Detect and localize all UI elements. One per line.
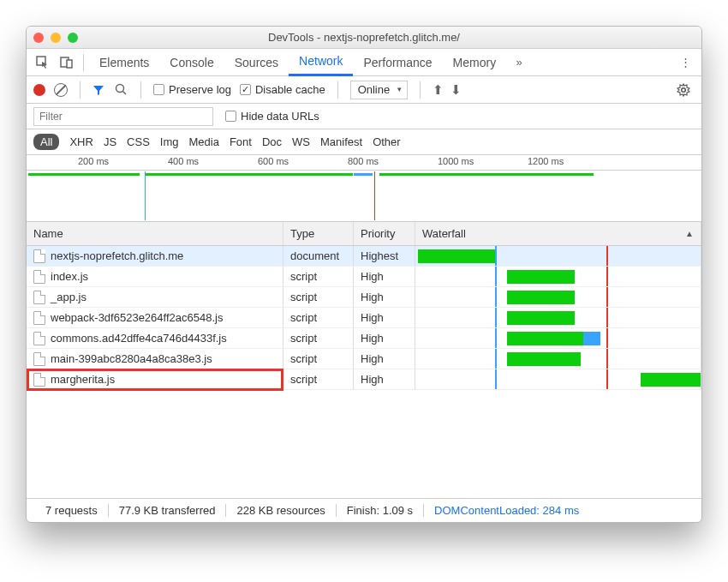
upload-har-icon[interactable]: ⬆: [433, 82, 444, 98]
file-icon: [33, 270, 45, 284]
tab-network[interactable]: Network: [289, 49, 353, 76]
filter-font[interactable]: Font: [230, 135, 252, 148]
request-priority: High: [354, 287, 415, 307]
tick: 1000 ms: [438, 156, 474, 166]
timeline-overview[interactable]: [27, 171, 701, 222]
request-priority: High: [354, 369, 415, 389]
table-row[interactable]: _app.jsscriptHigh: [27, 287, 701, 308]
filter-other[interactable]: Other: [373, 135, 401, 148]
record-button[interactable]: [33, 84, 45, 96]
status-resources: 228 KB resources: [226, 504, 336, 517]
file-icon: [33, 311, 45, 325]
request-type: document: [283, 246, 354, 266]
col-waterfall[interactable]: Waterfall▲: [415, 222, 701, 245]
table-row[interactable]: margherita.jsscriptHigh: [27, 369, 701, 390]
col-name[interactable]: Name: [27, 222, 283, 245]
request-priority: High: [354, 328, 415, 348]
tick: 800 ms: [348, 156, 379, 166]
tab-memory[interactable]: Memory: [443, 49, 507, 76]
timing-bar: [507, 311, 576, 325]
waterfall-cell: [415, 328, 701, 348]
panel-tabs: ElementsConsoleSourcesNetworkPerformance…: [27, 49, 701, 76]
request-name: webpack-3df6523e264ff2ac6548.js: [51, 311, 223, 324]
filter-js[interactable]: JS: [104, 135, 116, 148]
file-icon: [33, 373, 45, 387]
table-row[interactable]: nextjs-noprefetch.glitch.medocumentHighe…: [27, 246, 701, 267]
request-priority: Highest: [354, 246, 415, 266]
throttling-select[interactable]: Online: [350, 81, 409, 99]
requests-table: Name Type Priority Waterfall▲ nextjs-nop…: [27, 222, 701, 498]
request-type: script: [283, 308, 354, 327]
filter-toggle-icon[interactable]: [92, 84, 104, 96]
kebab-menu-icon[interactable]: ⋮: [674, 51, 696, 74]
request-type: script: [283, 287, 354, 307]
tab-elements[interactable]: Elements: [89, 49, 159, 76]
timing-bar: [507, 352, 582, 366]
filter-all[interactable]: All: [33, 134, 59, 150]
filter-ws[interactable]: WS: [292, 135, 310, 148]
tick: 400 ms: [168, 156, 199, 166]
tick: 200 ms: [78, 156, 109, 166]
request-name: commons.ad42dffe4ca746d4433f.js: [51, 332, 227, 345]
search-icon[interactable]: [113, 79, 128, 101]
table-row[interactable]: main-399abc8280a4a8ca38e3.jsscriptHigh: [27, 349, 701, 369]
table-body: nextjs-noprefetch.glitch.medocumentHighe…: [27, 246, 701, 498]
filter-img[interactable]: Img: [160, 135, 179, 148]
filter-manifest[interactable]: Manifest: [320, 135, 362, 148]
hide-data-urls-checkbox[interactable]: Hide data URLs: [225, 110, 319, 123]
table-row[interactable]: index.jsscriptHigh: [27, 267, 701, 287]
preserve-log-checkbox[interactable]: Preserve log: [153, 83, 231, 96]
file-icon: [33, 332, 45, 345]
device-toggle-icon[interactable]: [56, 51, 78, 74]
network-toolbar: Preserve log Disable cache Online ⬆ ⬇: [27, 76, 701, 104]
tab-performance[interactable]: Performance: [353, 49, 442, 76]
svg-point-5: [682, 87, 686, 92]
more-tabs-icon[interactable]: »: [508, 51, 530, 74]
request-type: script: [283, 349, 354, 369]
timing-bar: [641, 373, 701, 387]
status-dcl: DOMContentLoaded: 284 ms: [424, 504, 589, 517]
clear-button[interactable]: [54, 83, 68, 97]
window-title: DevTools - nextjs-noprefetch.glitch.me/: [27, 31, 701, 44]
request-type: script: [283, 267, 354, 286]
table-row[interactable]: webpack-3df6523e264ff2ac6548.jsscriptHig…: [27, 308, 701, 328]
file-icon: [33, 291, 45, 304]
filter-css[interactable]: CSS: [127, 135, 150, 148]
waterfall-cell: [415, 267, 701, 286]
waterfall-cell: [415, 369, 701, 389]
request-name: index.js: [51, 270, 88, 283]
waterfall-cell: [415, 246, 701, 266]
filter-xhr[interactable]: XHR: [69, 135, 92, 148]
status-requests: 7 requests: [35, 504, 109, 517]
tab-console[interactable]: Console: [159, 49, 224, 76]
request-type: script: [283, 369, 354, 389]
sort-asc-icon: ▲: [685, 229, 694, 238]
col-type[interactable]: Type: [283, 222, 354, 245]
download-har-icon[interactable]: ⬇: [451, 82, 462, 98]
col-priority[interactable]: Priority: [354, 222, 415, 245]
timing-bar: [507, 332, 584, 345]
status-finish: Finish: 1.09 s: [337, 504, 424, 517]
inspect-icon[interactable]: [32, 51, 54, 74]
timeline-ruler: 200 ms400 ms600 ms800 ms1000 ms1200 ms: [27, 155, 701, 171]
tick: 600 ms: [258, 156, 289, 166]
filter-bar: Hide data URLs: [27, 104, 701, 129]
filter-doc[interactable]: Doc: [262, 135, 282, 148]
request-priority: High: [354, 308, 415, 327]
disable-cache-checkbox[interactable]: Disable cache: [240, 83, 325, 96]
filter-input[interactable]: [33, 107, 213, 126]
filter-media[interactable]: Media: [188, 135, 218, 148]
request-type: script: [283, 328, 354, 348]
devtools-window: DevTools - nextjs-noprefetch.glitch.me/ …: [26, 26, 702, 523]
request-name: main-399abc8280a4a8ca38e3.js: [51, 352, 212, 365]
tab-sources[interactable]: Sources: [224, 49, 289, 76]
waterfall-cell: [415, 287, 701, 307]
status-transferred: 77.9 KB transferred: [109, 504, 227, 517]
file-icon: [33, 249, 45, 263]
waterfall-cell: [415, 349, 701, 369]
svg-rect-2: [67, 60, 72, 68]
request-name: _app.js: [51, 291, 87, 303]
table-row[interactable]: commons.ad42dffe4ca746d4433f.jsscriptHig…: [27, 328, 701, 349]
settings-gear-icon[interactable]: [672, 79, 695, 101]
waterfall-cell: [415, 308, 701, 327]
